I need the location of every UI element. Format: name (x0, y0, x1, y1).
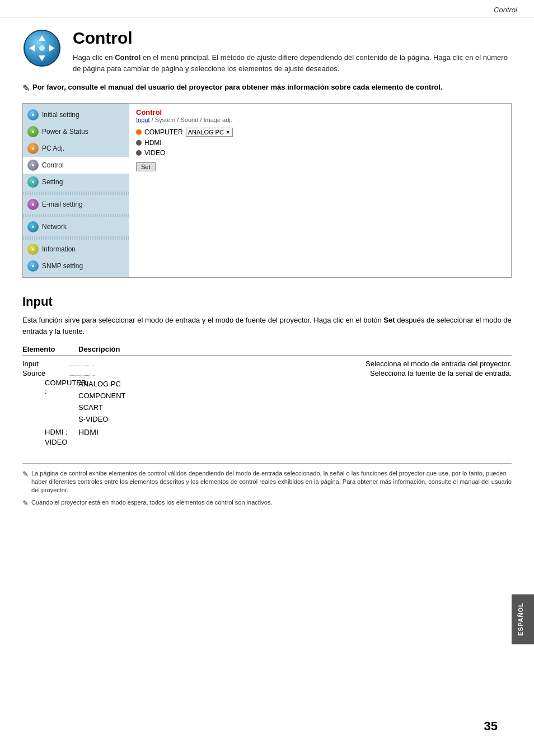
network-icon: ● (27, 221, 39, 232)
sidebar-label-initial: Initial setting (42, 111, 79, 119)
title-section: Control Haga clic en Control en el menú … (22, 29, 512, 74)
screenshot-main-panel: Control Input / System / Sound / Image a… (129, 104, 511, 277)
sidebar-label-power: Power & Status (42, 128, 88, 136)
label-video: VIDEO (144, 149, 165, 157)
footer-note-2: Cuando el proyector está en modo espera,… (22, 498, 512, 508)
computer-values: ANALOG PC COMPONENT SCART S-VIDEO (78, 379, 126, 425)
ss-breadcrumb: Input / System / Sound / Image adj. (136, 116, 504, 123)
sidebar-item-info[interactable]: ● Information (23, 241, 129, 258)
screenshot-box: ● Initial setting ● Power & Status ● PC … (22, 103, 512, 278)
sidebar-item-email[interactable]: ● E-mail setting (23, 196, 129, 213)
table-header: Elemento Descripción (22, 345, 512, 356)
computer-label: COMPUTER : (22, 379, 78, 425)
hdmi-value: HDMI (78, 428, 99, 437)
screenshot-sidebar: ● Initial setting ● Power & Status ● PC … (23, 104, 129, 277)
control-icon-ss: ● (27, 160, 39, 171)
sidebar-item-initial[interactable]: ● Initial setting (23, 106, 129, 123)
sidebar-item-control[interactable]: ● Control (23, 157, 129, 174)
sidebar-separator3 (23, 236, 129, 240)
radio-video[interactable] (136, 150, 142, 156)
ss-set-button[interactable]: Set (136, 162, 156, 171)
page-header: Control (0, 0, 534, 17)
col-header-descripcion: Descripción (78, 345, 512, 353)
input-heading: Input (22, 295, 512, 309)
col-header-elemento: Elemento (22, 345, 78, 353)
sidebar-separator2 (23, 214, 129, 217)
snmp-icon: ● (27, 260, 39, 272)
hdmi-block: HDMI : HDMI (22, 428, 512, 437)
breadcrumb-input[interactable]: Input (136, 116, 149, 123)
sidebar-label-snmp: SNMP setting (42, 262, 83, 270)
chapter-label: Control (494, 6, 517, 14)
row-value-input: Selecciona el modo de entrada del proyec… (366, 360, 512, 368)
chevron-down-icon: ▼ (226, 129, 231, 135)
svg-point-5 (39, 45, 45, 51)
sidebar-label-pcadj: PC Adj. (42, 144, 64, 152)
sidebar-item-snmp[interactable]: ● SNMP setting (23, 258, 129, 274)
setting-icon: ● (27, 176, 39, 188)
radio-computer[interactable] (136, 129, 142, 135)
sidebar-label-network: Network (42, 223, 67, 231)
sidebar-item-setting[interactable]: ● Setting (23, 174, 129, 190)
footer-notes: La página de control exhibe elementos de… (22, 463, 512, 517)
sidebar-item-network[interactable]: ● Network (23, 218, 129, 235)
label-computer: COMPUTER (144, 128, 183, 136)
email-icon: ● (27, 199, 39, 210)
table-row-source: Source ........................ Seleccio… (22, 369, 512, 377)
table-row-input: Input ........................ Seleccion… (22, 360, 512, 368)
pcadj-icon: ● (27, 143, 39, 154)
ss-source-select[interactable]: ANALOG PC ▼ (186, 128, 233, 137)
sidebar-label-email: E-mail setting (42, 200, 83, 208)
side-tab-label: ESPAÑOL (512, 594, 534, 644)
radio-hdmi[interactable] (136, 140, 142, 146)
info-icon: ● (27, 244, 39, 255)
note-text: Por favor, consulte el manual del usuari… (32, 82, 443, 92)
initial-icon: ● (27, 109, 39, 120)
page-title: Control (73, 29, 512, 48)
page-description: Haga clic en Control en el menú principa… (73, 52, 512, 74)
sidebar-item-power[interactable]: ● Power & Status (23, 123, 129, 140)
control-icon (22, 29, 62, 68)
row-label-source: Source (22, 369, 67, 377)
input-table: Input ........................ Seleccion… (22, 360, 512, 446)
computer-block: COMPUTER : ANALOG PC COMPONENT SCART S-V… (22, 379, 512, 425)
ss-input-video: VIDEO (136, 149, 504, 157)
label-hdmi: HDMI (144, 139, 162, 147)
ss-input-computer: COMPUTER ANALOG PC ▼ (136, 128, 504, 137)
note-line: Por favor, consulte el manual del usuari… (22, 82, 512, 95)
sidebar-separator (23, 192, 129, 195)
row-value-source: Selecciona la fuente de la señal de entr… (370, 369, 512, 377)
input-description: Esta función sirve para seleccionar el m… (22, 315, 512, 337)
ss-input-hdmi: HDMI (136, 139, 504, 147)
footer-note-1: La página de control exhibe elementos de… (22, 469, 512, 495)
page-number: 35 (484, 719, 498, 734)
input-section: Input Esta función sirve para selecciona… (22, 295, 512, 446)
sidebar-label-info: Information (42, 245, 76, 253)
sidebar-item-pcadj[interactable]: ● PC Adj. (23, 140, 129, 157)
power-icon: ● (27, 126, 39, 137)
video-row: VIDEO (22, 438, 512, 446)
ss-source-value: ANALOG PC (188, 129, 224, 136)
ss-control-title: Control (136, 108, 504, 116)
hdmi-label: HDMI : (22, 428, 78, 437)
sidebar-label-control: Control (42, 161, 64, 169)
sidebar-label-setting: Setting (42, 178, 63, 186)
row-label-input: Input (22, 360, 67, 368)
title-text-block: Control Haga clic en Control en el menú … (73, 29, 512, 74)
